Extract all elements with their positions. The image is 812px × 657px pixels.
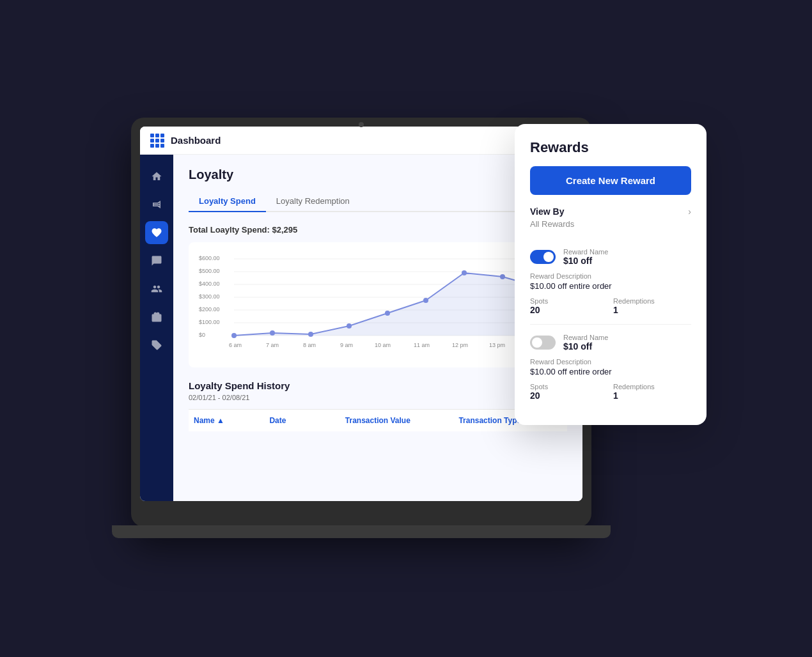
sidebar-item-users[interactable] [145,277,168,300]
reward-2-name-label: Reward Name [563,334,608,341]
svg-text:10 am: 10 am [375,342,391,348]
loyalty-title: Loyalty [189,167,567,182]
svg-point-17 [308,332,313,337]
sidebar-item-home[interactable] [145,165,168,188]
col-name[interactable]: Name ▲ [189,416,264,425]
svg-point-16 [270,330,275,336]
tabs: Loyalty Spend Loyalty Redemption [189,191,567,212]
svg-point-21 [462,270,467,275]
sidebar-item-megaphone[interactable] [145,193,168,216]
chart-container: $600.00 $500.00 $400.00 $300.00 $200.00 … [189,242,567,367]
reward-1-desc-label: Reward Description [530,272,691,280]
svg-text:12 pm: 12 pm [452,342,468,348]
reward-2-desc-label: Reward Description [530,358,691,366]
grid-icon [150,134,164,148]
reward-2-spots-label: Spots [530,383,608,390]
rewards-panel: Rewards Create New Reward View By › All … [515,124,707,425]
svg-text:$600.00: $600.00 [199,255,220,261]
sidebar-item-gift[interactable] [145,305,168,328]
reward-item-1: Reward Name $10 off Reward Description $… [530,239,691,325]
svg-text:13 pm: 13 pm [489,342,505,348]
reward-2-redemptions-value: 1 [613,390,691,401]
chevron-right-icon[interactable]: › [688,206,691,217]
sidebar-item-chat[interactable] [145,249,168,272]
reward-2-spots-value: 20 [530,390,608,401]
reward-2-name-value: $10 off [563,341,608,352]
all-rewards-text: All Rewards [530,219,691,229]
svg-text:$400.00: $400.00 [199,281,220,287]
total-spend: Total Loaylty Spend: $2,295 [189,225,567,235]
reward-1-redemptions-label: Redemptions [613,297,691,305]
svg-text:$0: $0 [199,332,205,338]
reward-2-desc-value: $10.00 off entire order [530,367,691,376]
reward-1-redemptions-value: 1 [613,305,691,315]
tab-loyalty-spend[interactable]: Loyalty Spend [189,191,266,212]
reward-1-name-value: $10 off [563,256,608,266]
col-date[interactable]: Date [264,416,340,425]
spend-chart: $600.00 $500.00 $400.00 $300.00 $200.00 … [199,252,557,355]
history-title: Loyalty Spend History [189,380,567,391]
svg-point-19 [385,311,390,316]
tab-loyalty-redemption[interactable]: Loyalty Redemption [266,191,360,212]
table-header: Name ▲ Date Transaction Value Transactio… [189,409,567,431]
sidebar [140,155,173,501]
reward-2-toggle[interactable] [530,336,556,350]
view-by-row: View By › [530,206,691,217]
reward-1-spots-label: Spots [530,297,608,305]
svg-text:$300.00: $300.00 [199,293,220,300]
create-new-reward-button[interactable]: Create New Reward [530,166,691,195]
reward-item-2: Reward Name $10 off Reward Description $… [530,325,691,410]
view-by-label: View By [530,206,564,217]
svg-text:$100.00: $100.00 [199,319,220,325]
col-transaction-value[interactable]: Transaction Value [340,416,454,425]
rewards-title: Rewards [530,139,691,156]
history-section: Loyalty Spend History 02/01/21 - 02/08/2… [189,380,567,401]
reward-1-desc-value: $10.00 off entire order [530,281,691,291]
sidebar-item-loyalty[interactable] [145,221,168,244]
reward-2-redemptions-label: Redemptions [613,383,691,390]
svg-point-20 [423,298,428,303]
dashboard-title: Dashboard [171,135,221,146]
sidebar-item-tag[interactable] [145,334,168,357]
svg-text:11 am: 11 am [414,342,430,348]
reward-1-toggle[interactable] [530,250,556,264]
svg-point-22 [500,274,505,279]
reward-1-spots-value: 20 [530,305,608,315]
svg-text:$500.00: $500.00 [199,268,220,274]
svg-point-18 [347,323,352,328]
history-dates: 02/01/21 - 02/08/21 [189,394,567,401]
svg-text:9 am: 9 am [340,342,353,348]
svg-point-15 [231,333,237,338]
svg-text:$200.00: $200.00 [199,306,220,313]
svg-marker-14 [234,273,541,336]
svg-text:8 am: 8 am [303,342,316,348]
svg-text:7 am: 7 am [266,342,279,348]
svg-text:6 am: 6 am [229,342,242,348]
reward-1-name-label: Reward Name [563,248,608,256]
